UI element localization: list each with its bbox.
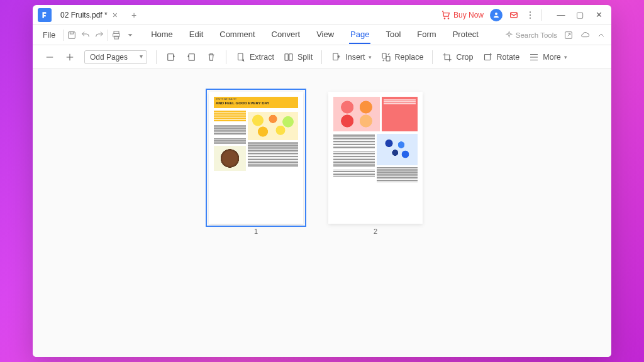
buy-now-link[interactable]: Buy Now: [441, 10, 484, 20]
extract-button[interactable]: Extract: [235, 52, 274, 63]
file-menu[interactable]: File: [38, 28, 60, 42]
collapse-icon[interactable]: [596, 30, 606, 40]
add-tab-button[interactable]: +: [126, 10, 142, 20]
menu-protect[interactable]: Protect: [452, 26, 480, 44]
svg-point-5: [530, 14, 531, 16]
page-filter-select[interactable]: Odd Pages: [84, 50, 147, 64]
svg-point-2: [495, 13, 497, 15]
app-logo-icon[interactable]: [38, 8, 52, 22]
replace-button[interactable]: Replace: [380, 52, 424, 63]
rotate-button[interactable]: Rotate: [482, 52, 519, 63]
kebab-menu-icon[interactable]: [525, 10, 535, 20]
split-button[interactable]: Split: [283, 52, 313, 63]
menu-convert[interactable]: Convert: [270, 26, 302, 44]
page-toolbar: Odd Pages Extract Split Insert▾ Replace …: [33, 45, 611, 69]
svg-rect-7: [69, 31, 75, 38]
page1-title: AND FEEL GOOD EVERY DAY: [216, 101, 296, 106]
svg-rect-15: [238, 53, 243, 60]
share-icon[interactable]: [564, 30, 574, 40]
page-number-2: 2: [374, 228, 377, 235]
svg-rect-13: [168, 53, 174, 60]
divider: [108, 30, 108, 41]
undo-icon[interactable]: [80, 30, 91, 41]
menu-comment[interactable]: Comment: [218, 26, 256, 44]
notification-icon[interactable]: [509, 10, 519, 20]
page-thumbnail-2[interactable]: 2: [328, 92, 423, 357]
page-1-preview: HOW TO EAT HEALTHY AND FEEL GOOD EVERY D…: [209, 92, 303, 224]
zoom-out-button[interactable]: [44, 52, 55, 63]
more-button[interactable]: More▾: [528, 52, 567, 63]
rotate-left-button[interactable]: [165, 52, 177, 63]
close-window-button[interactable]: ✕: [591, 8, 606, 23]
blueberry-image: [377, 134, 418, 165]
app-window: 02 Fruits.pdf * × + Buy Now — ▢ ✕ File: [33, 5, 611, 357]
menu-tool[interactable]: Tool: [384, 26, 402, 44]
zoom-in-button[interactable]: [64, 52, 75, 63]
tab-title: 02 Fruits.pdf *: [60, 11, 108, 19]
minimize-button[interactable]: —: [553, 8, 569, 23]
menu-edit[interactable]: Edit: [188, 26, 204, 44]
divider: [541, 9, 542, 21]
svg-rect-19: [382, 53, 386, 58]
sparkle-icon: [505, 31, 513, 39]
menu-view[interactable]: View: [315, 26, 335, 44]
menubar: File Home Edit Comment Convert View Page…: [33, 25, 611, 45]
redo-icon[interactable]: [94, 30, 105, 41]
svg-point-0: [444, 18, 445, 18]
svg-rect-17: [289, 53, 292, 60]
citrus-image: [248, 112, 298, 140]
save-icon[interactable]: [66, 30, 77, 41]
search-tools[interactable]: Search Tools: [505, 31, 557, 39]
svg-rect-9: [114, 31, 119, 33]
divider: [63, 30, 64, 41]
maximize-button[interactable]: ▢: [572, 8, 587, 23]
divider: [226, 50, 226, 64]
page-thumbnail-1[interactable]: HOW TO EAT HEALTHY AND FEEL GOOD EVERY D…: [209, 92, 303, 357]
delete-page-button[interactable]: [206, 52, 217, 63]
page-thumbnails-area: HOW TO EAT HEALTHY AND FEEL GOOD EVERY D…: [33, 69, 611, 357]
divider: [432, 50, 433, 64]
close-tab-icon[interactable]: ×: [113, 11, 118, 19]
main-menu: Home Edit Comment Convert View Page Tool…: [150, 26, 480, 44]
svg-rect-21: [485, 54, 491, 60]
menu-form[interactable]: Form: [416, 26, 437, 44]
svg-rect-20: [386, 56, 390, 61]
svg-point-6: [530, 17, 531, 18]
grapefruit-image: [333, 97, 380, 131]
svg-rect-11: [114, 36, 119, 39]
page-2-preview: [328, 92, 423, 224]
page-number-1: 1: [254, 228, 258, 235]
menu-page[interactable]: Page: [349, 26, 370, 44]
dropdown-icon[interactable]: [125, 30, 136, 41]
insert-button[interactable]: Insert▾: [331, 52, 371, 63]
divider: [321, 50, 322, 64]
cart-icon: [441, 10, 451, 20]
svg-point-4: [530, 11, 531, 13]
rotate-right-button[interactable]: [186, 52, 197, 63]
svg-point-1: [448, 18, 448, 18]
svg-rect-14: [189, 53, 194, 60]
svg-rect-8: [70, 31, 73, 33]
pink-textblock: [382, 97, 418, 131]
menu-home[interactable]: Home: [150, 26, 174, 44]
svg-rect-18: [333, 53, 338, 60]
svg-rect-16: [285, 53, 288, 60]
document-tab[interactable]: 02 Fruits.pdf * ×: [55, 5, 123, 25]
cloud-icon[interactable]: [580, 30, 590, 40]
print-icon[interactable]: [111, 30, 122, 41]
divider: [156, 50, 157, 64]
titlebar: 02 Fruits.pdf * × + Buy Now — ▢ ✕: [33, 5, 611, 25]
user-avatar-icon[interactable]: [490, 9, 502, 21]
crop-button[interactable]: Crop: [441, 52, 473, 63]
coffee-image: [214, 146, 246, 171]
